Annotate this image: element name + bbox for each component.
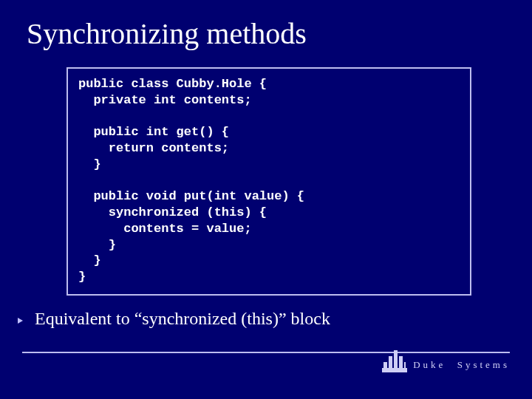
- brand-text: Duke Systems: [413, 359, 510, 372]
- slide-title: Synchronizing methods: [0, 0, 532, 51]
- list-item: Equivalent to “synchronized (this)” bloc…: [18, 309, 532, 329]
- footer: Duke Systems: [22, 352, 510, 377]
- bullet-icon: [18, 318, 24, 324]
- code-block: public class Cubby.Hole { private int co…: [66, 67, 471, 296]
- brand-logo-icon: [383, 346, 406, 372]
- bullet-text: Equivalent to “synchronized (this)” bloc…: [35, 309, 330, 329]
- bullet-list: Equivalent to “synchronized (this)” bloc…: [18, 309, 532, 329]
- brand: Duke Systems: [383, 346, 510, 372]
- code-text: public class Cubby.Hole { private int co…: [78, 76, 460, 285]
